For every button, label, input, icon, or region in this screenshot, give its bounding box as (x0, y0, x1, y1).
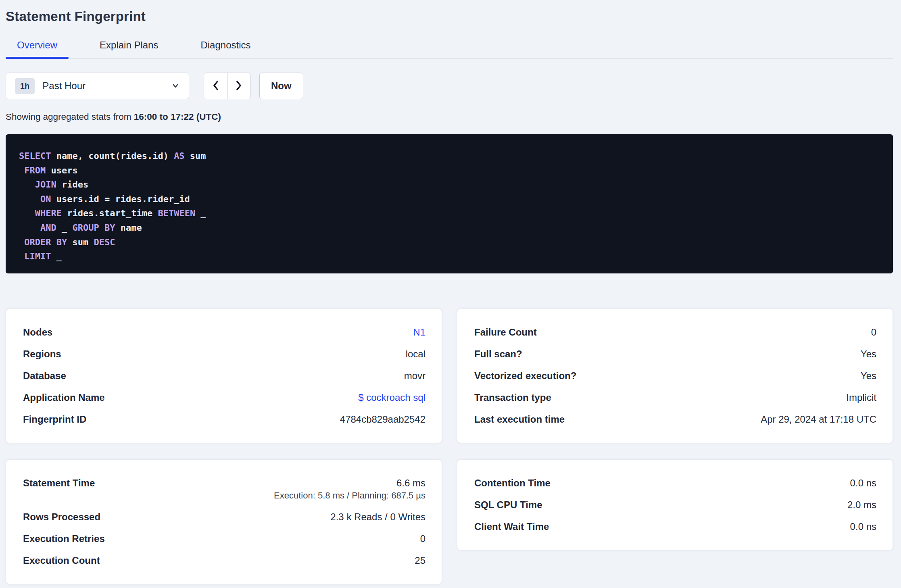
tab-overview[interactable]: Overview (6, 34, 69, 58)
stat-row: Statement Time6.6 msExecution: 5.8 ms / … (23, 472, 425, 506)
stat-label: Failure Count (474, 327, 537, 338)
stat-row-main: Fingerprint ID4784cb829aab2542 (23, 409, 425, 430)
stat-label: Fingerprint ID (23, 414, 86, 425)
sql-line: LIMIT _ (19, 249, 880, 264)
previous-time-range-button[interactable] (204, 73, 227, 99)
sql-text-token: rides (56, 179, 88, 190)
stat-row-main: Execution Retries0 (23, 528, 425, 550)
sql-keyword-token: AND (40, 223, 56, 233)
sql-text-token: _ (195, 208, 206, 218)
stat-row: NodesN1 (23, 321, 425, 343)
sql-text-token (19, 165, 24, 175)
chevron-right-icon (234, 79, 244, 93)
sql-line: AND _ GROUP BY name (19, 221, 880, 235)
time-range-selector[interactable]: 1h Past Hour (6, 73, 189, 99)
stat-value: Implicit (846, 392, 876, 403)
sql-text-token (19, 251, 24, 261)
sql-line: FROM users (19, 163, 880, 178)
stat-label: Database (23, 370, 66, 382)
stat-value: 4784cb829aab2542 (340, 414, 425, 425)
stat-row: Vectorized execution?Yes (474, 365, 876, 387)
sql-text-token (19, 194, 40, 204)
stat-row: Failure Count0 (474, 321, 876, 343)
stat-row-main: Full scan?Yes (474, 343, 876, 365)
stat-label: Execution Retries (23, 533, 105, 544)
sql-text-token: name (115, 223, 142, 233)
stat-row: Rows Processed2.3 k Reads / 0 Writes (23, 506, 425, 528)
time-range-badge: 1h (15, 78, 35, 94)
stat-label: Statement Time (23, 477, 95, 489)
stat-row-main: Failure Count0 (474, 321, 876, 343)
tab-explain-plans[interactable]: Explain Plans (88, 34, 169, 58)
sql-keyword-token: ORDER BY (24, 237, 67, 247)
stat-row-main: Rows Processed2.3 k Reads / 0 Writes (23, 506, 425, 528)
time-step-button-group (204, 73, 250, 99)
overview-card-left: NodesN1RegionslocalDatabasemovrApplicati… (6, 309, 442, 443)
now-button[interactable]: Now (259, 73, 303, 99)
stat-row-main: Vectorized execution?Yes (474, 365, 876, 387)
sql-text-token (19, 237, 24, 247)
overview-card-right: Failure Count0Full scan?YesVectorized ex… (457, 309, 893, 443)
stat-label: Vectorized execution? (474, 370, 576, 382)
sql-keyword-token: GROUP BY (72, 223, 115, 233)
sql-line: WHERE rides.start_time BETWEEN _ (19, 206, 880, 221)
sql-text-token: users (46, 165, 77, 175)
sql-text-token: _ (56, 223, 73, 233)
stat-row: SQL CPU Time2.0 ms (474, 494, 876, 516)
stat-value: 0.0 ns (850, 521, 876, 532)
sql-line: JOIN rides (19, 177, 880, 192)
stat-label: Regions (23, 348, 61, 360)
time-picker-row: 1h Past Hour Now (6, 73, 893, 99)
stat-subvalue: Execution: 5.8 ms / Planning: 687.5 µs (23, 490, 425, 506)
stat-value: 25 (415, 555, 425, 566)
sql-keyword-token: SELECT (19, 151, 51, 161)
stat-value: 2.3 k Reads / 0 Writes (330, 511, 425, 523)
sql-keyword-token: FROM (24, 165, 46, 175)
stat-row: Execution Retries0 (23, 528, 425, 550)
aggregated-stats-prefix: Showing aggregated stats from (6, 112, 134, 122)
stat-label: Contention Time (474, 477, 551, 489)
statement-fingerprint-page: Statement Fingerprint Overview Explain P… (0, 9, 901, 584)
stat-row: Last execution timeApr 29, 2024 at 17:18… (474, 409, 876, 430)
next-time-range-button[interactable] (227, 73, 250, 99)
application-name-link[interactable]: $ cockroach sql (358, 392, 425, 403)
stat-row-main: Execution Count25 (23, 550, 425, 571)
sql-text-token: sum (67, 237, 94, 247)
sql-text-token (19, 223, 40, 233)
sql-text-token: rides.start_time (62, 208, 158, 218)
tab-diagnostics[interactable]: Diagnostics (189, 34, 262, 58)
stat-row: Client Wait Time0.0 ns (474, 516, 876, 538)
stat-row-main: Regionslocal (23, 343, 425, 365)
stat-row: Application Name$ cockroach sql (23, 387, 425, 409)
stat-row-main: Client Wait Time0.0 ns (474, 516, 876, 538)
stat-row-main: Databasemovr (23, 365, 425, 387)
sql-statement-box: SELECT name, count(rides.id) AS sum FROM… (6, 134, 893, 273)
stat-label: Rows Processed (23, 511, 100, 523)
stat-value: Yes (861, 370, 876, 382)
nodes-link[interactable]: N1 (413, 327, 425, 338)
stat-row-main: SQL CPU Time2.0 ms (474, 494, 876, 516)
time-range-label: Past Hour (42, 80, 86, 92)
sql-keyword-token: LIMIT (24, 251, 51, 261)
stat-value: movr (404, 370, 425, 382)
sql-keyword-token: ON (40, 194, 51, 204)
stat-value: 6.6 ms (396, 477, 425, 489)
sql-keyword-token: JOIN (35, 179, 56, 190)
stat-value: 0.0 ns (850, 477, 876, 489)
sql-keyword-token: AS (174, 151, 185, 161)
aggregated-stats-caption: Showing aggregated stats from 16:00 to 1… (6, 112, 893, 122)
sql-text-token: users.id = rides.rider_id (51, 194, 190, 204)
stat-label: SQL CPU Time (474, 499, 542, 511)
sql-text-token: name, count(rides.id) (51, 151, 174, 161)
stat-row-main: Transaction typeImplicit (474, 387, 876, 409)
stat-row: Full scan?Yes (474, 343, 876, 365)
aggregated-stats-range: 16:00 to 17:22 (UTC) (134, 112, 221, 122)
stat-value: 0 (871, 327, 876, 338)
stat-value: Yes (861, 348, 876, 360)
stat-row-main: NodesN1 (23, 321, 425, 343)
sql-keyword-token: DESC (94, 237, 115, 247)
sql-text-token (19, 179, 35, 190)
sql-line: SELECT name, count(rides.id) AS sum (19, 149, 880, 163)
stat-row: Regionslocal (23, 343, 425, 365)
stat-label: Application Name (23, 392, 105, 403)
